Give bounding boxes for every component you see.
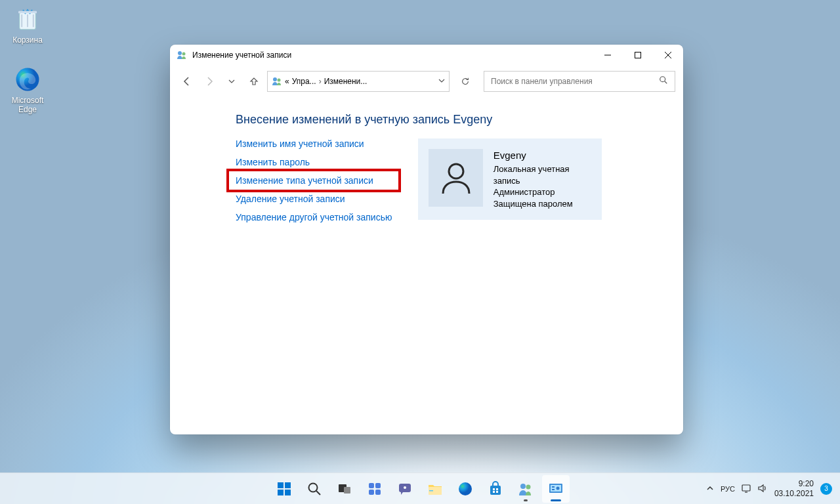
svg-point-2: [16, 68, 39, 91]
svg-point-18: [309, 483, 318, 492]
svg-point-30: [459, 482, 472, 495]
minimize-button[interactable]: [593, 45, 623, 66]
desktop-icon-label: Microsoft: [12, 96, 44, 105]
svg-rect-25: [375, 490, 381, 495]
svg-point-3: [178, 51, 182, 55]
taskbar-explorer[interactable]: [421, 475, 449, 503]
account-card: Evgeny Локальная учетная запись Админист…: [418, 138, 602, 220]
notification-badge[interactable]: 3: [820, 483, 832, 495]
user-accounts-icon: [518, 481, 534, 497]
nav-back-button[interactable]: [178, 72, 196, 91]
search-box[interactable]: [484, 71, 675, 92]
svg-rect-34: [493, 491, 495, 493]
svg-point-13: [449, 164, 463, 178]
desktop-icon-label: Корзина: [12, 35, 43, 45]
svg-rect-33: [496, 488, 498, 490]
tray-overflow-button[interactable]: [706, 484, 714, 494]
link-delete-account[interactable]: Удаление учетной записи: [236, 194, 392, 204]
taskbar-chat[interactable]: [391, 475, 419, 503]
svg-line-12: [665, 81, 667, 84]
recycle-bin-icon: [14, 5, 41, 33]
taskbar-search[interactable]: [301, 475, 328, 503]
search-icon: [659, 75, 668, 87]
link-manage-other[interactable]: Управление другой учетной записью: [236, 212, 392, 222]
time: 9:20: [774, 479, 814, 488]
maximize-button[interactable]: [623, 45, 653, 66]
svg-point-9: [273, 77, 277, 81]
svg-rect-15: [285, 482, 291, 488]
folder-icon: [427, 481, 443, 497]
link-change-name[interactable]: Изменить имя учетной записи: [236, 138, 392, 149]
svg-point-4: [182, 52, 186, 56]
svg-line-19: [316, 491, 320, 495]
account-type: Локальная учетная запись: [494, 163, 592, 186]
date: 03.10.2021: [774, 489, 814, 498]
chevron-right-icon: ›: [319, 77, 322, 86]
taskbar-app-control-panel[interactable]: [542, 475, 570, 503]
taskbar: РУС 9:20 03.10.2021 3: [0, 472, 840, 504]
svg-rect-24: [369, 490, 374, 495]
svg-rect-35: [496, 491, 498, 493]
svg-rect-17: [285, 490, 291, 495]
titlebar[interactable]: Изменение учетной записи: [170, 45, 683, 66]
link-change-account-type[interactable]: Изменение типа учетной записи: [236, 175, 373, 186]
svg-rect-23: [375, 483, 381, 488]
window-title: Изменение учетной записи: [192, 51, 593, 60]
system-tray: РУС 9:20 03.10.2021 3: [706, 479, 840, 498]
desktop-icon-edge[interactable]: Microsoft Edge: [3, 66, 52, 114]
taskview-icon: [337, 481, 352, 497]
network-icon: [742, 484, 752, 494]
search-icon: [306, 481, 322, 497]
address-bar[interactable]: « Упра... › Изменени...: [267, 71, 450, 92]
svg-rect-43: [742, 485, 750, 491]
user-accounts-icon: [177, 50, 187, 60]
svg-rect-21: [344, 487, 350, 494]
refresh-button[interactable]: [456, 72, 474, 91]
page-heading: Внесение изменений в учетную запись Evge…: [236, 113, 657, 127]
desktop-icon-recycle-bin[interactable]: Корзина: [3, 5, 52, 45]
search-input[interactable]: [491, 72, 659, 91]
svg-rect-40: [552, 486, 555, 488]
account-name: Evgeny: [494, 149, 592, 162]
language-indicator[interactable]: РУС: [721, 485, 735, 493]
clock[interactable]: 9:20 03.10.2021: [774, 479, 814, 498]
svg-rect-32: [493, 488, 495, 490]
svg-point-37: [526, 484, 531, 489]
breadcrumb-item[interactable]: Изменени...: [324, 77, 368, 86]
svg-rect-22: [369, 483, 374, 488]
svg-point-10: [278, 79, 281, 82]
nav-recent-dropdown[interactable]: [222, 72, 241, 91]
nav-up-button[interactable]: [245, 72, 263, 91]
control-panel-icon: [548, 481, 564, 497]
svg-rect-29: [429, 490, 433, 492]
svg-point-36: [520, 484, 526, 489]
content-area: Внесение изменений в учетную запись Evge…: [170, 97, 683, 238]
account-protection: Защищена паролем: [494, 198, 592, 210]
svg-rect-41: [552, 489, 555, 490]
volume-icon: [757, 484, 768, 494]
tray-quick-settings[interactable]: [742, 484, 768, 494]
edge-icon: [14, 66, 41, 93]
edge-icon: [457, 481, 473, 497]
desktop-icon-label: Edge: [18, 105, 37, 114]
svg-point-42: [556, 486, 560, 490]
start-button[interactable]: [270, 475, 298, 503]
svg-rect-14: [278, 482, 284, 488]
taskbar-widgets[interactable]: [361, 475, 388, 503]
svg-rect-6: [635, 52, 641, 58]
taskbar-store[interactable]: [482, 475, 509, 503]
taskbar-center: [270, 475, 570, 503]
widgets-icon: [367, 481, 383, 497]
svg-rect-1: [18, 11, 37, 14]
breadcrumb-overflow[interactable]: «: [285, 77, 289, 86]
taskbar-edge[interactable]: [452, 475, 479, 503]
desktop: Корзина Microsoft Edge Изменение учетной…: [0, 0, 840, 504]
taskbar-taskview[interactable]: [331, 475, 358, 503]
store-icon: [488, 481, 503, 497]
close-button[interactable]: [653, 45, 683, 66]
breadcrumb-item[interactable]: Упра...: [292, 77, 316, 86]
nav-forward-button[interactable]: [200, 72, 219, 91]
address-dropdown[interactable]: [438, 77, 445, 86]
taskbar-app-users[interactable]: [512, 475, 539, 503]
link-change-password[interactable]: Изменить пароль: [236, 157, 392, 167]
